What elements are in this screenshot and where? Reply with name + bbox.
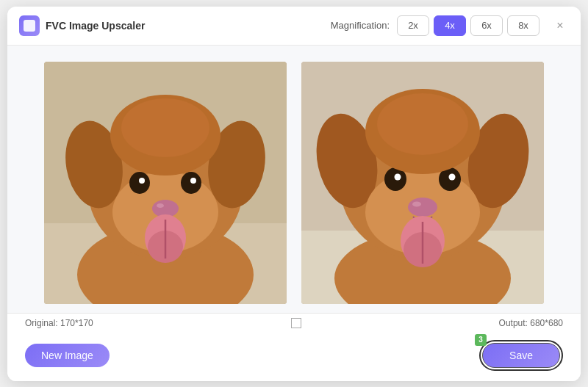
app-title: FVC Image Upscaler [46, 20, 145, 32]
svg-point-7 [129, 172, 150, 194]
mag-4x-button[interactable]: 4x [434, 15, 466, 36]
main-window: FVC Image Upscaler Magnification: 2x 4x … [7, 7, 581, 381]
original-image-svg [44, 62, 287, 304]
output-dog-image [301, 62, 544, 304]
status-bar: Original: 170*170 Output: 680*680 [7, 313, 581, 333]
svg-point-8 [139, 178, 145, 184]
svg-point-26 [395, 173, 401, 180]
svg-point-9 [181, 172, 201, 194]
mag-2x-button[interactable]: 2x [397, 15, 429, 36]
original-dog-image [44, 62, 287, 304]
compare-toggle[interactable] [291, 318, 301, 328]
svg-point-35 [377, 93, 468, 155]
mag-6x-button[interactable]: 6x [470, 15, 503, 36]
output-image-panel [301, 62, 544, 304]
app-logo [19, 15, 40, 36]
save-button-wrapper: Save [479, 340, 563, 371]
svg-point-17 [121, 98, 209, 157]
magnification-label: Magnification: [331, 20, 390, 31]
output-size-label: Output: 680*680 [499, 318, 563, 328]
compare-icon [291, 318, 301, 328]
save-area: 3 Save [479, 340, 563, 371]
original-size-label: Original: 170*170 [25, 318, 93, 328]
output-image-svg [301, 62, 544, 304]
mag-8x-button[interactable]: 8x [507, 15, 539, 36]
svg-point-12 [157, 203, 164, 208]
svg-point-29 [408, 198, 437, 217]
close-button[interactable]: × [551, 17, 569, 35]
notification-badge: 3 [475, 334, 487, 346]
new-image-button[interactable]: New Image [25, 344, 110, 367]
svg-point-10 [190, 178, 196, 184]
save-button[interactable]: Save [482, 343, 560, 368]
content-area [7, 46, 581, 313]
titlebar: FVC Image Upscaler Magnification: 2x 4x … [7, 7, 581, 46]
original-image-panel [44, 62, 287, 304]
bottom-bar: New Image 3 Save [7, 333, 581, 381]
svg-point-30 [412, 201, 421, 206]
svg-point-28 [449, 173, 456, 180]
app-logo-icon [24, 20, 35, 32]
magnification-buttons: 2x 4x 6x 8x [397, 15, 539, 36]
